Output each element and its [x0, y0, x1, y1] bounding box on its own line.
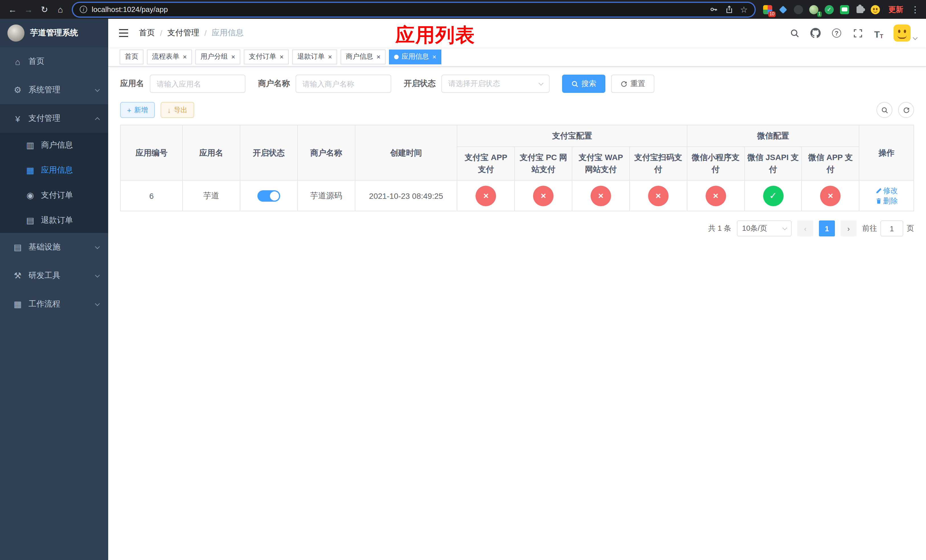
back-button[interactable]: ← — [6, 3, 20, 16]
group-alipay-config: 支付宝配置 — [457, 125, 687, 147]
extension-check-icon[interactable]: ✓ — [824, 4, 834, 15]
sidebar-item-workflow[interactable]: ▦ 工作流程 — [0, 290, 108, 318]
yen-icon: ¥ — [11, 114, 24, 123]
sidebar-item-merchant-info[interactable]: ▥ 商户信息 — [0, 133, 108, 158]
app-name-input[interactable] — [150, 75, 245, 93]
home-button[interactable]: ⌂ — [53, 3, 67, 16]
font-size-icon[interactable]: TT — [873, 27, 885, 39]
col-actions: 操作 — [859, 125, 914, 180]
close-icon[interactable]: × — [183, 53, 187, 60]
col-alipay-app: 支付宝 APP 支付 — [457, 147, 515, 180]
fullscreen-icon[interactable] — [851, 27, 864, 39]
status-select[interactable]: 请选择开启状态 — [441, 75, 549, 93]
address-bar[interactable]: i localhost:1024/pay/app ☆ — [73, 3, 755, 16]
next-page-button[interactable]: › — [841, 221, 856, 236]
col-app-id: 应用编号 — [121, 125, 183, 180]
sidebar-item-dev-tools[interactable]: ⚒ 研发工具 — [0, 262, 108, 290]
sidebar-item-payment[interactable]: ¥ 支付管理 — [0, 104, 108, 133]
search-icon[interactable] — [788, 27, 801, 39]
sidebar-item-infrastructure[interactable]: ▤ 基础设施 — [0, 233, 108, 262]
tab-refund-order[interactable]: 退款订单 × — [292, 49, 337, 64]
group-wechat-config: 微信配置 — [687, 125, 859, 147]
breadcrumb-separator: / — [160, 29, 162, 38]
navbar: 首页 / 支付管理 / 应用信息 应用列表 ? — [108, 19, 926, 47]
status-toggle[interactable] — [257, 190, 280, 201]
close-icon[interactable]: × — [280, 53, 284, 60]
share-icon[interactable] — [725, 5, 733, 14]
extension-avatar-icon[interactable]: 1 — [809, 4, 819, 15]
tab-pay-order[interactable]: 支付订单 × — [244, 49, 289, 64]
page-number-button[interactable]: 1 — [819, 221, 835, 236]
workflow-icon: ▦ — [11, 299, 24, 309]
gem-glyph — [779, 5, 787, 14]
check-circle-glyph: ✓ — [825, 5, 834, 14]
extensions-puzzle-icon[interactable] — [855, 4, 865, 15]
alipay-pc-status-icon — [533, 185, 554, 206]
bookmark-star-icon[interactable]: ☆ — [740, 5, 748, 14]
chevron-down-icon — [95, 272, 100, 277]
extension-grid-icon[interactable]: 10 — [763, 4, 773, 15]
prev-page-button[interactable]: ‹ — [797, 221, 813, 236]
goto-page-input[interactable] — [881, 221, 903, 236]
profile-avatar[interactable] — [870, 4, 881, 15]
refresh-button[interactable] — [898, 102, 914, 118]
delete-button[interactable]: 删除 — [875, 196, 898, 206]
app-logo[interactable]: 芋道管理系统 — [0, 19, 108, 47]
cell-created-time: 2021-10-23 08:49:25 — [369, 191, 443, 200]
sidebar-item-pay-order[interactable]: ◉ 支付订单 — [0, 183, 108, 208]
col-merchant: 商户名称 — [298, 125, 355, 180]
export-button[interactable]: ↓ 导出 — [160, 102, 194, 118]
sidebar-item-label: 基础设施 — [29, 242, 96, 252]
github-icon[interactable] — [809, 27, 822, 39]
breadcrumb-separator: / — [204, 29, 207, 38]
tab-merchant-info[interactable]: 商户信息 × — [340, 49, 386, 64]
trash-icon — [875, 197, 882, 204]
extension-dark-icon[interactable] — [793, 4, 803, 15]
merchant-name-input[interactable] — [295, 75, 391, 93]
chrome-update-button[interactable]: 更新 — [888, 4, 903, 15]
pagination: 共 1 条 10条/页 ‹ 1 › 前往 页 — [120, 221, 914, 236]
pencil-icon — [875, 187, 882, 194]
sidebar-toggle-icon[interactable] — [117, 27, 130, 39]
sidebar-item-system[interactable]: ⚙ 系统管理 — [0, 76, 108, 104]
sidebar-item-label: 商户信息 — [41, 140, 99, 150]
sidebar-item-refund-order[interactable]: ▤ 退款订单 — [0, 208, 108, 233]
tab-home[interactable]: 首页 — [120, 49, 144, 64]
close-icon[interactable]: × — [231, 53, 235, 60]
toggle-search-button[interactable] — [876, 102, 893, 118]
col-created: 创建时间 — [355, 125, 457, 180]
edit-button[interactable]: 修改 — [875, 185, 898, 196]
search-button[interactable]: 搜索 — [562, 75, 605, 93]
sidebar-item-app-info[interactable]: ▦ 应用信息 — [0, 158, 108, 183]
forward-button[interactable]: → — [22, 3, 35, 16]
breadcrumb-current: 应用信息 — [212, 28, 244, 38]
close-icon[interactable]: × — [328, 53, 332, 60]
breadcrumb-home[interactable]: 首页 — [139, 28, 155, 38]
extension-badge-green: 1 — [817, 11, 822, 17]
close-icon[interactable]: × — [432, 53, 436, 60]
extension-gem-icon[interactable] — [778, 4, 788, 15]
password-key-icon[interactable] — [709, 5, 718, 14]
smiley-face-icon — [871, 5, 880, 14]
breadcrumb-payment[interactable]: 支付管理 — [168, 28, 199, 38]
page-size-select[interactable]: 10条/页 — [737, 221, 791, 236]
tab-app-info[interactable]: 应用信息 × — [389, 49, 441, 64]
tab-process-form[interactable]: 流程表单 × — [147, 49, 192, 64]
sidebar-item-home[interactable]: ⌂ 首页 — [0, 47, 108, 76]
browser-menu-icon[interactable]: ⋮ — [910, 4, 920, 15]
reload-button[interactable]: ↻ — [38, 3, 51, 16]
user-avatar[interactable] — [894, 24, 917, 42]
tab-user-group[interactable]: 用户分组 × — [195, 49, 240, 64]
site-info-icon[interactable]: i — [80, 6, 87, 13]
main-area: 首页 / 支付管理 / 应用信息 应用列表 ? — [108, 19, 926, 560]
chevron-down-icon — [782, 225, 787, 230]
sidebar-item-label: 退款订单 — [41, 215, 99, 226]
help-icon[interactable]: ? — [830, 27, 843, 39]
sidebar-item-label: 研发工具 — [29, 271, 96, 281]
reset-button[interactable]: 重置 — [611, 75, 654, 93]
extension-chat-icon[interactable] — [840, 4, 850, 15]
add-button[interactable]: + 新增 — [120, 102, 154, 118]
page-title-annotation: 应用列表 — [395, 22, 475, 48]
logo-avatar-image — [8, 24, 24, 42]
close-icon[interactable]: × — [377, 53, 380, 60]
